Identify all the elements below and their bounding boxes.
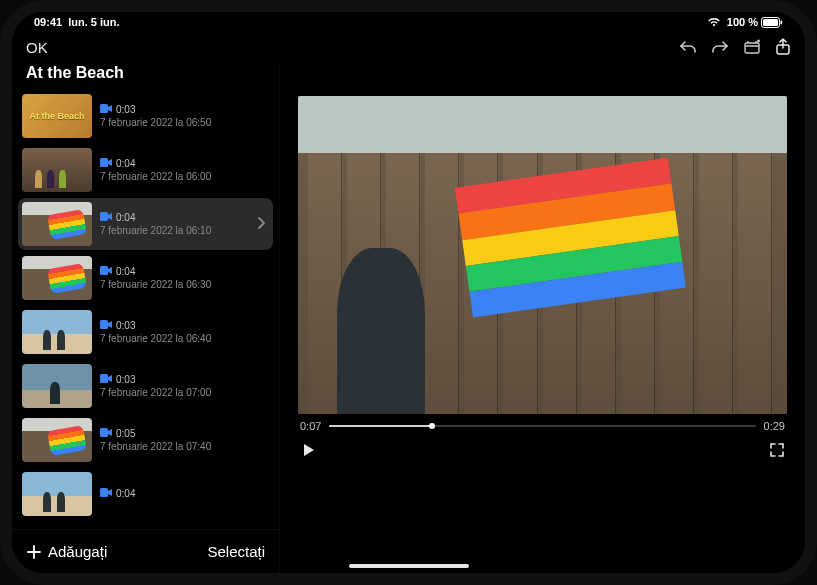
svg-rect-3	[745, 43, 759, 53]
svg-rect-8	[100, 266, 108, 275]
battery-text: 100 %	[727, 16, 758, 28]
time-total: 0:29	[764, 420, 785, 432]
clip-date: 7 februarie 2022 la 07:00	[100, 387, 269, 398]
project-title: At the Beach	[12, 62, 279, 90]
plus-icon	[26, 544, 42, 560]
status-date: lun. 5 iun.	[68, 16, 119, 28]
add-media-icon[interactable]	[743, 39, 761, 55]
clip-row[interactable]: 0:047 februarie 2022 la 06:10	[18, 198, 273, 250]
svg-rect-11	[100, 428, 108, 437]
battery-icon	[761, 17, 783, 28]
redo-icon[interactable]	[711, 39, 729, 55]
clip-duration: 0:03	[116, 320, 135, 331]
undo-icon[interactable]	[679, 39, 697, 55]
home-indicator[interactable]	[349, 564, 469, 568]
wifi-icon	[707, 17, 721, 27]
share-icon[interactable]	[775, 38, 791, 56]
video-icon	[100, 104, 112, 115]
sidebar: At the Beach At the Beach0:037 februarie…	[12, 62, 280, 573]
svg-rect-5	[100, 104, 108, 113]
clip-thumbnail	[22, 418, 92, 462]
svg-rect-6	[100, 158, 108, 167]
svg-rect-10	[100, 374, 108, 383]
clip-thumbnail	[22, 148, 92, 192]
clip-thumbnail	[22, 202, 92, 246]
clip-duration: 0:03	[116, 104, 135, 115]
clip-row[interactable]: At the Beach0:037 februarie 2022 la 06:5…	[18, 90, 273, 142]
time-current: 0:07	[300, 420, 321, 432]
clip-duration: 0:03	[116, 374, 135, 385]
svg-rect-1	[763, 19, 778, 26]
chevron-right-icon	[257, 215, 265, 233]
scrubber-track[interactable]	[329, 425, 755, 427]
clip-thumbnail	[22, 364, 92, 408]
clip-thumbnail	[22, 310, 92, 354]
svg-rect-2	[781, 20, 783, 24]
video-icon	[100, 374, 112, 385]
clip-row[interactable]: 0:047 februarie 2022 la 06:30	[18, 252, 273, 304]
preview-pane: 0:07 0:29	[280, 62, 805, 573]
clip-date: 7 februarie 2022 la 06:50	[100, 117, 269, 128]
video-icon	[100, 320, 112, 331]
clip-date: 7 februarie 2022 la 06:30	[100, 279, 269, 290]
top-bar: OK	[12, 32, 805, 62]
clip-duration: 0:04	[116, 266, 135, 277]
status-time: 09:41	[34, 16, 62, 28]
clip-date: 7 februarie 2022 la 07:40	[100, 441, 269, 452]
clip-row[interactable]: 0:057 februarie 2022 la 07:40	[18, 414, 273, 466]
ok-button[interactable]: OK	[26, 39, 48, 56]
video-icon	[100, 158, 112, 169]
clip-row[interactable]: 0:037 februarie 2022 la 07:00	[18, 360, 273, 412]
clip-thumbnail	[22, 472, 92, 516]
clip-thumbnail: At the Beach	[22, 94, 92, 138]
clip-thumbnail	[22, 256, 92, 300]
video-icon	[100, 266, 112, 277]
clip-date: 7 februarie 2022 la 06:10	[100, 225, 249, 236]
svg-rect-12	[100, 488, 108, 497]
video-icon	[100, 428, 112, 439]
video-icon	[100, 212, 112, 223]
status-bar: 09:41 lun. 5 iun. 100 %	[12, 12, 805, 32]
clip-duration: 0:04	[116, 158, 135, 169]
clip-date: 7 februarie 2022 la 06:00	[100, 171, 269, 182]
add-button[interactable]: Adăugați	[26, 543, 107, 560]
select-button[interactable]: Selectați	[207, 543, 265, 560]
play-icon[interactable]	[300, 442, 316, 458]
clip-row[interactable]: 0:037 februarie 2022 la 06:40	[18, 306, 273, 358]
svg-rect-7	[100, 212, 108, 221]
scrubber[interactable]: 0:07 0:29	[298, 414, 787, 438]
clip-list[interactable]: At the Beach0:037 februarie 2022 la 06:5…	[12, 90, 279, 529]
clip-duration: 0:04	[116, 212, 135, 223]
clip-row[interactable]: 0:047 februarie 2022 la 06:00	[18, 144, 273, 196]
clip-duration: 0:04	[116, 488, 135, 499]
clip-duration: 0:05	[116, 428, 135, 439]
clip-date: 7 februarie 2022 la 06:40	[100, 333, 269, 344]
svg-rect-9	[100, 320, 108, 329]
add-label: Adăugați	[48, 543, 107, 560]
fullscreen-icon[interactable]	[769, 442, 785, 458]
video-preview[interactable]	[298, 96, 787, 414]
clip-row[interactable]: 0:04	[18, 468, 273, 520]
video-icon	[100, 488, 112, 499]
